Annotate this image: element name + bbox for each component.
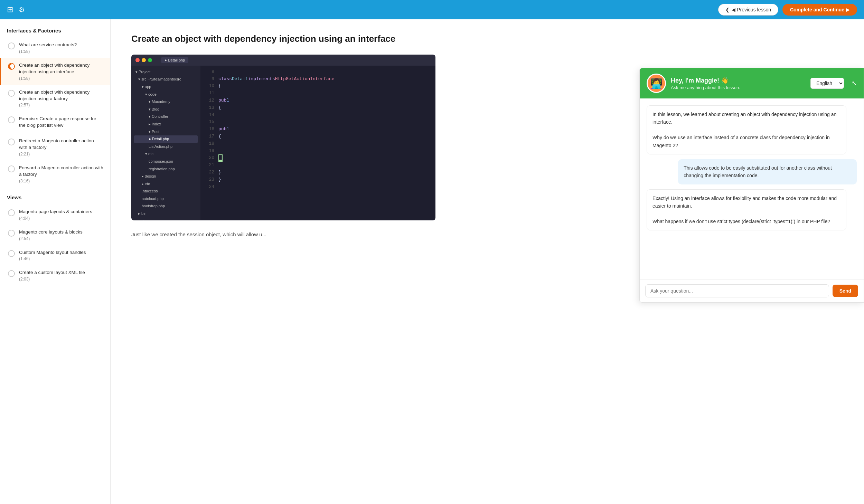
sidebar-item-title-2: Create an object with dependency injecti…	[19, 89, 103, 102]
sidebar-view-title-0: Magento page layouts & containers	[19, 209, 92, 215]
chat-header-text: Hey, I'm Maggie! 👋 Ask me anything about…	[671, 77, 806, 90]
sidebar-item-text-2: Create an object with dependency injecti…	[19, 89, 103, 108]
lesson-title: Create an object with dependency injecti…	[131, 33, 843, 45]
file-tree-item: ▾ app	[134, 83, 198, 91]
editor-body: ▾ Project ▾ src ~/Sites/magento/src ▾ ap…	[131, 66, 435, 220]
sidebar-view-item-1[interactable]: Magento core layouts & blocks (2:54)	[0, 225, 110, 245]
sidebar-view-title-1: Magento core layouts & blocks	[19, 229, 83, 236]
layout: Interfaces & Factories What are service …	[0, 19, 864, 504]
settings-icon[interactable]: ⚙	[19, 6, 25, 14]
sidebar-radio-3	[8, 116, 15, 123]
file-tree-item: ListAction.php	[134, 143, 198, 151]
sidebar-item-text-1: Create an object with dependency injecti…	[19, 62, 103, 81]
chevron-left-icon: ❮	[725, 7, 730, 12]
prev-lesson-button[interactable]: ❮ ◀ Previous lesson	[718, 4, 778, 16]
file-tree-item: ▾ code	[134, 91, 198, 98]
prev-lesson-label: ◀ Previous lesson	[732, 7, 771, 12]
video-container[interactable]: ● Detail.php ▾ Project ▾ src ~/Sites/mag…	[131, 55, 435, 220]
sidebar-item-duration-1: (1:58)	[19, 76, 103, 81]
file-tree-item: ▾ Blog	[134, 106, 198, 113]
header-right: ❮ ◀ Previous lesson Complete and Continu…	[718, 4, 857, 16]
sidebar-item-text-3: Exercise: Create a page response for the…	[19, 116, 103, 130]
sidebar-item-title-4: Redirect a Magento controller action wit…	[19, 138, 103, 151]
dot-red	[135, 58, 140, 62]
lesson-paragraph: Just like we created the session object,…	[131, 230, 435, 239]
file-tree-item: ▸ bin	[134, 210, 198, 218]
file-tree-item: ▾ Macademy	[134, 98, 198, 106]
send-button[interactable]: Send	[833, 285, 858, 297]
complete-continue-button[interactable]: Complete and Continue ▶	[782, 4, 857, 16]
chat-panel: 👩‍💻 Hey, I'm Maggie! 👋 Ask me anything a…	[639, 68, 864, 303]
sidebar-view-duration-1: (2:54)	[19, 236, 83, 241]
chat-header: 👩‍💻 Hey, I'm Maggie! 👋 Ask me anything a…	[640, 68, 864, 98]
header-left: ⊞ ⚙	[7, 5, 25, 14]
file-tree-item: ▾ Post	[134, 128, 198, 136]
sidebar-item-3[interactable]: Exercise: Create a page response for the…	[0, 112, 110, 134]
chat-input-area: Send	[640, 279, 864, 302]
chat-message-0: In this lesson, we learned about creatin…	[647, 105, 846, 154]
chat-message-1: This allows code to be easily substitute…	[678, 159, 857, 184]
chat-messages: In this lesson, we learned about creatin…	[640, 98, 864, 279]
sidebar-views-title: Views	[0, 188, 110, 205]
video-placeholder: ● Detail.php ▾ Project ▾ src ~/Sites/mag…	[131, 55, 435, 220]
sidebar-item-title-0: What are service contracts?	[19, 42, 77, 48]
file-tree-item: ▸ etc	[134, 180, 198, 188]
home-icon[interactable]: ⊞	[7, 5, 13, 14]
sidebar-view-text-3: Create a custom layout XML file (2:03)	[19, 269, 85, 282]
sidebar-section-title: Interfaces & Factories	[0, 19, 110, 38]
sidebar-item-title-5: Forward a Magento controller action with…	[19, 165, 103, 178]
sidebar-item-duration-0: (1:58)	[19, 49, 77, 54]
sidebar-item-2[interactable]: Create an object with dependency injecti…	[0, 85, 110, 112]
sidebar-view-text-2: Custom Magento layout handles (1:46)	[19, 249, 86, 261]
sidebar-item-duration-5: (3:16)	[19, 179, 103, 183]
sidebar-radio-5	[8, 165, 15, 172]
sidebar-radio-4	[8, 139, 15, 145]
sidebar-item-duration-4: (2:21)	[19, 152, 103, 156]
file-tree-item: autoload.php	[134, 195, 198, 203]
lesson-text: Just like we created the session object,…	[131, 230, 435, 239]
sidebar-view-title-3: Create a custom layout XML file	[19, 269, 85, 276]
complete-continue-label: Complete and Continue ▶	[790, 7, 849, 12]
sidebar-view-radio-3	[8, 270, 15, 277]
chat-avatar: 👩‍💻	[647, 74, 666, 93]
sidebar-view-title-2: Custom Magento layout handles	[19, 249, 86, 256]
file-tree-item: registration.php	[134, 165, 198, 173]
sidebar-view-duration-0: (4:04)	[19, 216, 92, 221]
chat-collapse-icon[interactable]: ⤡	[852, 79, 857, 87]
file-tree-item: ▾ Controller	[134, 113, 198, 121]
chat-input[interactable]	[645, 284, 829, 297]
dot-green	[148, 58, 152, 62]
header: ⊞ ⚙ ❮ ◀ Previous lesson Complete and Con…	[0, 0, 864, 19]
sidebar: Interfaces & Factories What are service …	[0, 19, 111, 504]
sidebar-item-duration-2: (2:57)	[19, 103, 103, 107]
sidebar-item-text-5: Forward a Magento controller action with…	[19, 165, 103, 183]
chat-header-sub: Ask me anything about this lesson.	[671, 85, 806, 90]
file-tree-item: ▾ src ~/Sites/magento/src	[134, 76, 198, 83]
sidebar-view-item-3[interactable]: Create a custom layout XML file (2:03)	[0, 265, 110, 286]
chat-header-name: Hey, I'm Maggie! 👋	[671, 77, 806, 84]
dot-yellow	[142, 58, 146, 62]
sidebar-view-radio-0	[8, 209, 15, 216]
sidebar-item-0[interactable]: What are service contracts? (1:58)	[0, 38, 110, 58]
editor-header: ● Detail.php	[131, 55, 435, 66]
sidebar-item-text-4: Redirect a Magento controller action wit…	[19, 138, 103, 156]
sidebar-item-title-3: Exercise: Create a page response for the…	[19, 116, 103, 129]
sidebar-view-text-1: Magento core layouts & blocks (2:54)	[19, 229, 83, 241]
main-content: Create an object with dependency injecti…	[111, 19, 864, 504]
file-tree-item: .htaccess	[134, 188, 198, 195]
sidebar-item-5[interactable]: Forward a Magento controller action with…	[0, 161, 110, 188]
sidebar-item-4[interactable]: Redirect a Magento controller action wit…	[0, 134, 110, 161]
language-select[interactable]: English Spanish French	[810, 78, 844, 89]
editor-tab: ● Detail.php	[161, 57, 188, 63]
chat-message-2: Exactly! Using an interface allows for f…	[647, 189, 846, 231]
code-area: 8 9class Detail implements HttpGetAction…	[200, 66, 435, 220]
sidebar-item-1[interactable]: Create an object with dependency injecti…	[0, 58, 110, 85]
file-tree-item: ▾ Project	[134, 68, 198, 76]
sidebar-view-radio-1	[8, 230, 15, 237]
sidebar-view-item-2[interactable]: Custom Magento layout handles (1:46)	[0, 245, 110, 266]
sidebar-radio-0	[8, 42, 15, 49]
sidebar-view-item-0[interactable]: Magento page layouts & containers (4:04)	[0, 205, 110, 225]
file-tree-item: ▾ etc	[134, 150, 198, 158]
file-tree-item: ● Detail.php	[134, 135, 198, 143]
file-tree-item: composer.json	[134, 158, 198, 165]
